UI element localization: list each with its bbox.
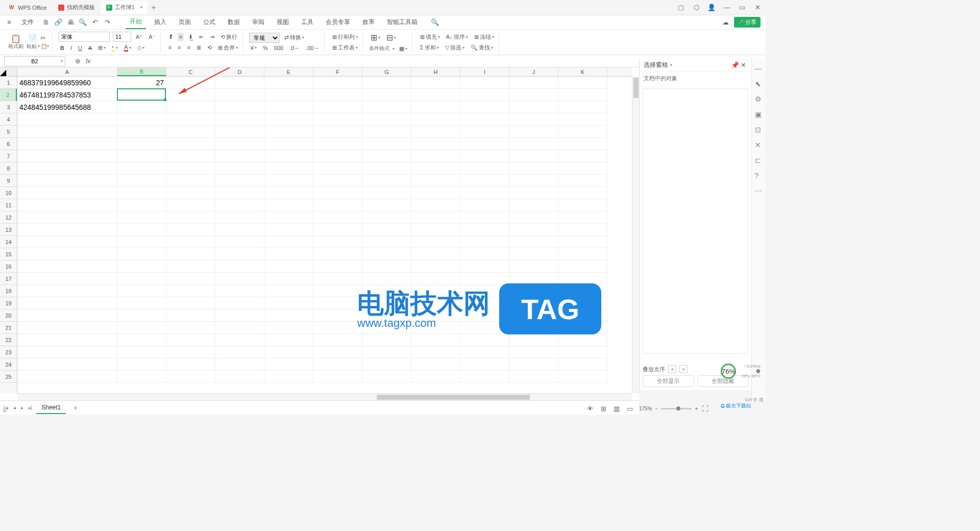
cell-D17[interactable]	[215, 273, 264, 285]
column-headers[interactable]: ABCDEFGHIJK	[17, 67, 632, 77]
cell-I11[interactable]	[460, 199, 509, 211]
styles-icon[interactable]: ⊟▾	[385, 32, 398, 43]
cell-E11[interactable]	[264, 199, 313, 211]
cell-K8[interactable]	[558, 162, 607, 175]
cell-I15[interactable]	[460, 248, 509, 260]
cell-A3[interactable]: 424845199985645688	[17, 101, 117, 113]
cell-E13[interactable]	[264, 224, 313, 236]
sheet-tab-1[interactable]: Sheet1	[36, 402, 66, 414]
bold-icon[interactable]: B	[59, 44, 66, 52]
cell-D8[interactable]	[215, 162, 264, 175]
cell-C25[interactable]	[166, 371, 215, 383]
copy-icon[interactable]: 📄	[29, 34, 37, 42]
cell-J2[interactable]	[509, 89, 558, 101]
cell-K17[interactable]	[558, 273, 607, 285]
cell-A6[interactable]	[17, 138, 117, 150]
cell-K21[interactable]	[558, 322, 607, 334]
cell-A23[interactable]	[17, 346, 117, 358]
row-header-5[interactable]: 5	[0, 126, 17, 138]
orientation-icon[interactable]: ⟲	[206, 43, 213, 52]
cell-E9[interactable]	[264, 175, 313, 187]
cell-E10[interactable]	[264, 187, 313, 199]
cell-C9[interactable]	[166, 175, 215, 187]
cell-G1[interactable]	[362, 77, 411, 89]
maximize-icon[interactable]: ▭	[738, 4, 746, 12]
align-left-icon[interactable]: ≡	[167, 43, 173, 52]
cell-H6[interactable]	[411, 138, 460, 150]
tab-workbook[interactable]: 工作簿1•	[101, 1, 148, 14]
cell-E2[interactable]	[264, 89, 313, 101]
tab-docer[interactable]: 找稻壳模板	[53, 1, 100, 14]
menu-tools[interactable]: 工具	[297, 16, 317, 29]
cell-H23[interactable]	[411, 346, 460, 358]
cell-J25[interactable]	[509, 371, 558, 383]
col-header-E[interactable]: E	[264, 67, 313, 76]
cell-A19[interactable]	[17, 297, 117, 309]
cell-G4[interactable]	[362, 113, 411, 126]
cell-F25[interactable]	[313, 371, 362, 383]
cell-B15[interactable]	[117, 248, 166, 260]
cell-D25[interactable]	[215, 371, 264, 383]
cell-B13[interactable]	[117, 224, 166, 236]
cell-F11[interactable]	[313, 199, 362, 211]
camera-strip-icon[interactable]: ⊡	[755, 126, 763, 134]
sort-button[interactable]: A↓ 排序▾	[445, 32, 470, 42]
save-icon[interactable]: 🗎	[42, 18, 50, 27]
cell-E16[interactable]	[264, 260, 313, 273]
hamburger-icon[interactable]: ≡	[5, 18, 13, 27]
cell-D9[interactable]	[215, 175, 264, 187]
cell-H15[interactable]	[411, 248, 460, 260]
expand-fx-icon[interactable]: ⊕	[74, 57, 82, 65]
cell-K23[interactable]	[558, 346, 607, 358]
worksheet-button[interactable]: ⊞ 工作表▾	[331, 43, 359, 53]
cell-D1[interactable]	[215, 77, 264, 89]
help-strip-icon[interactable]: ?	[755, 172, 763, 180]
row-header-12[interactable]: 12	[0, 211, 17, 224]
cell-B7[interactable]	[117, 150, 166, 162]
cell-C19[interactable]	[166, 297, 215, 309]
decrease-font-icon[interactable]: A⁻	[147, 33, 157, 41]
cell-C22[interactable]	[166, 334, 215, 346]
row-header-18[interactable]: 18	[0, 285, 17, 297]
cell-C15[interactable]	[166, 248, 215, 260]
cell-K20[interactable]	[558, 309, 607, 322]
cell-D16[interactable]	[215, 260, 264, 273]
sidepanel-close-icon[interactable]: ✕	[739, 61, 747, 69]
cell-J16[interactable]	[509, 260, 558, 273]
cell-J5[interactable]	[509, 126, 558, 138]
cell-A24[interactable]	[17, 358, 117, 371]
cell-K5[interactable]	[558, 126, 607, 138]
cell-F14[interactable]	[313, 236, 362, 248]
cell-I20[interactable]	[460, 309, 509, 322]
cell-H13[interactable]	[411, 224, 460, 236]
avatar-icon[interactable]: 👤	[707, 4, 716, 12]
cell-F20[interactable]	[313, 309, 362, 322]
objects-list[interactable]	[643, 88, 748, 354]
cell-F5[interactable]	[313, 126, 362, 138]
row-header-4[interactable]: 4	[0, 113, 17, 126]
cell-D21[interactable]	[215, 322, 264, 334]
cell-H5[interactable]	[411, 126, 460, 138]
cell-D2[interactable]	[215, 89, 264, 101]
view-read-icon[interactable]: ▭	[626, 404, 634, 413]
cell-H24[interactable]	[411, 358, 460, 371]
preview-icon[interactable]: 🔍	[79, 18, 87, 27]
cell-C6[interactable]	[166, 138, 215, 150]
cell-B14[interactable]	[117, 236, 166, 248]
cell-E15[interactable]	[264, 248, 313, 260]
cell-F2[interactable]	[313, 89, 362, 101]
cell-C18[interactable]	[166, 285, 215, 297]
cell-G23[interactable]	[362, 346, 411, 358]
indent-dec-icon[interactable]: ⇤	[198, 33, 205, 41]
cell-A5[interactable]	[17, 126, 117, 138]
row-header-21[interactable]: 21	[0, 322, 17, 334]
cell-I14[interactable]	[460, 236, 509, 248]
cell-D6[interactable]	[215, 138, 264, 150]
cell-B8[interactable]	[117, 162, 166, 175]
cell-C16[interactable]	[166, 260, 215, 273]
cell-G2[interactable]	[362, 89, 411, 101]
cloud-icon[interactable]: ☁	[722, 18, 730, 27]
cell-J13[interactable]	[509, 224, 558, 236]
cell-H19[interactable]	[411, 297, 460, 309]
cell-D18[interactable]	[215, 285, 264, 297]
